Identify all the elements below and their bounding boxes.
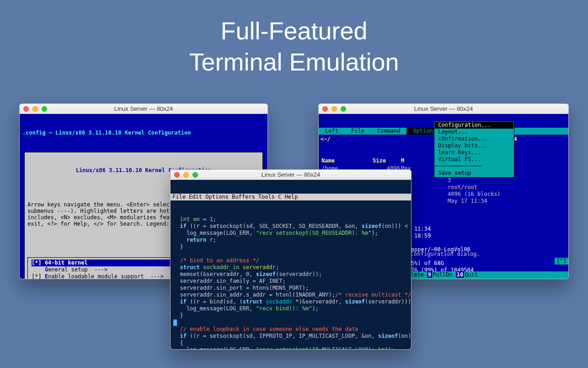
mc-dropdown-item[interactable]: Virtual FS... [435,156,513,163]
code-line: int on = 1; [173,216,408,223]
mc-dropdown-item[interactable]: cOnfirmation... [435,135,513,142]
code-line: if ((r = bind(sd, (struct sockaddr *)&se… [173,298,408,305]
terminal-emacs[interactable]: File Edit Options Buffers Tools C Help i… [171,180,411,349]
window-title: Linux Server — 80x24 [20,105,267,112]
fkey-number: 9 [427,271,432,278]
fkey-label[interactable]: PullDn [433,271,452,278]
code-line: serveraddr.sin_family = AF_INET; [173,278,408,285]
fkey-label[interactable]: Quit [465,271,478,278]
mc-left-path: <-/ [321,136,430,143]
mc-dropdown-item[interactable]: Configuration... [435,122,513,129]
hero-line2: Terminal Emulation [189,48,399,76]
mc-info-line: May 17 11:34 [448,198,567,205]
code-line: if ((r = setsockopt(sd, SOL_SOCKET, SO_R… [173,223,408,230]
scroll-up-icon[interactable]: [^] [555,258,568,265]
code-line: struct sockaddr_in serveraddr; [173,264,408,271]
code-line: } [173,244,408,250]
code-line: if ((r = setsockopt(sd, IPPROTO_IP, IP_M… [173,333,408,340]
emacs-buffer[interactable]: int on = 1; if ((r = setsockopt(sd, SOL_… [171,214,411,350]
titlebar[interactable]: Linux Server — 80x24 [171,170,411,180]
code-line: serveraddr.sin_port = htons(MDNS_PORT); [173,285,408,292]
mc-col-header[interactable]: M [401,157,411,164]
code-line: serveraddr.sin_addr.s_addr = htonl(INADD… [173,292,408,298]
code-line: // enable loopback in case someone else … [173,326,408,333]
emacs-menubar[interactable]: File Edit Options Buffers Tools C Help [171,194,411,200]
titlebar[interactable]: Linux Server — 80x24 [20,104,267,114]
hero-line1: Full-Featured [220,17,367,44]
menuconfig-header: .config — Linux/x86 3.11.10.10 Kernel Co… [22,130,265,136]
mc-dropdown-item[interactable]: Save setup [435,170,513,177]
code-line: log_message(LOG_ERR, "recv setsockopt(SO… [173,230,408,237]
cursor [173,319,177,326]
fkey-number: 10 [456,271,464,278]
code-line: memset(&serveraddr, 0, sizeof(serveraddr… [173,271,408,278]
window-title: Linux Server — 80x24 [171,171,411,178]
mc-options-dropdown[interactable]: Configuration... Layout... cOnfirmation.… [434,121,514,178]
code-line [173,319,408,326]
mc-info-line: 4096 (16 blocks) [448,191,567,198]
code-line [173,250,408,257]
mc-col-header[interactable]: Size [373,157,400,164]
mc-info-line: root/root [448,184,567,191]
mc-info-line: 3 [448,177,567,184]
mc-dropdown-item[interactable]: Display bits... [435,142,513,149]
mc-col-header[interactable]: Name [321,157,372,164]
mc-dropdown-item[interactable]: learn Keys... [435,149,513,156]
code-line: /* bind to an address */ [173,257,408,264]
mc-dropdown-item[interactable]: Layout... [435,129,513,135]
window-title: Linux Server — 80x24 [319,105,568,112]
code-line: log_message(LOG_ERR, "recv setsockopt(IP… [173,346,408,350]
code-line: } [173,312,408,319]
code-line: return r; [173,237,408,244]
window-emacs[interactable]: Linux Server — 80x24 File Edit Options B… [170,169,412,350]
hero: Full-Featured Terminal Emulation [0,0,588,77]
code-line: { [173,340,408,346]
code-line: log_message(LOG_ERR, "recv bind(): %m"); [173,305,408,312]
titlebar[interactable]: Linux Server — 80x24 [319,104,568,114]
